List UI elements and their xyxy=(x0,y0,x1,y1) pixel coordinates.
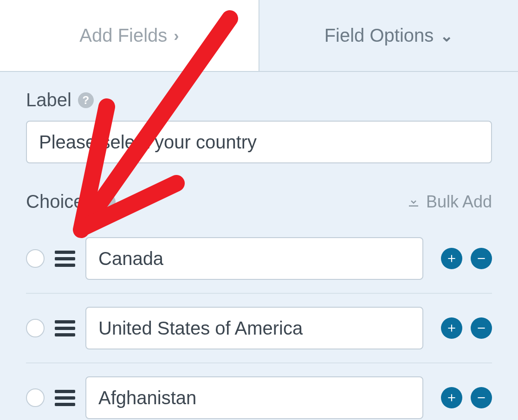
help-icon[interactable]: ? xyxy=(78,92,94,108)
bulk-add-button[interactable]: Bulk Add xyxy=(407,192,492,212)
choice-default-radio[interactable] xyxy=(26,388,45,407)
choice-input[interactable] xyxy=(85,376,423,419)
choices-header: Choices ? Bulk Add xyxy=(26,191,492,212)
choice-default-radio[interactable] xyxy=(26,249,45,268)
tab-bar: Add Fields › Field Options ⌄ xyxy=(0,0,518,72)
bulk-add-label: Bulk Add xyxy=(426,192,492,212)
chevron-right-icon: › xyxy=(174,26,179,45)
remove-choice-button[interactable] xyxy=(471,387,492,408)
choice-input[interactable] xyxy=(85,237,423,280)
choices-title: Choices xyxy=(26,191,93,212)
tab-add-fields[interactable]: Add Fields › xyxy=(0,0,259,71)
tab-add-fields-label: Add Fields xyxy=(79,25,167,46)
remove-choice-button[interactable] xyxy=(471,248,492,269)
tab-field-options-label: Field Options xyxy=(324,25,434,46)
choice-row xyxy=(26,294,492,363)
minus-icon xyxy=(475,392,487,404)
label-input[interactable] xyxy=(26,121,492,163)
remove-choice-button[interactable] xyxy=(471,317,492,339)
label-section-header: Label ? xyxy=(26,90,492,110)
field-options-panel: Label ? Choices ? Bulk Add xyxy=(0,72,518,420)
add-choice-button[interactable] xyxy=(441,317,462,339)
choice-input[interactable] xyxy=(85,307,423,349)
drag-handle-icon[interactable] xyxy=(54,388,76,408)
add-choice-button[interactable] xyxy=(441,248,462,269)
choice-default-radio[interactable] xyxy=(26,319,45,337)
tab-field-options[interactable]: Field Options ⌄ xyxy=(259,0,518,71)
help-icon[interactable]: ? xyxy=(100,194,116,210)
label-title: Label xyxy=(26,90,71,110)
plus-icon xyxy=(446,252,458,265)
minus-icon xyxy=(475,252,487,265)
drag-handle-icon[interactable] xyxy=(54,249,76,269)
choice-row xyxy=(26,363,492,420)
chevron-down-icon: ⌄ xyxy=(440,26,453,45)
plus-icon xyxy=(446,322,458,334)
drag-handle-icon[interactable] xyxy=(54,318,76,338)
add-choice-button[interactable] xyxy=(441,387,462,408)
choice-row xyxy=(26,224,492,294)
download-icon xyxy=(407,195,421,209)
plus-icon xyxy=(446,392,458,404)
minus-icon xyxy=(475,322,487,334)
